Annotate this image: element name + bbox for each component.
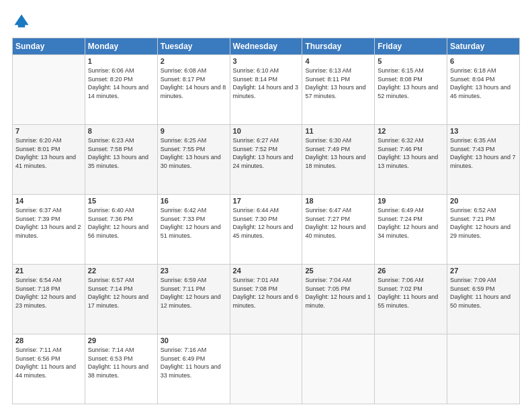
calendar-day-cell: 6Sunrise: 6:18 AMSunset: 8:04 PMDaylight… <box>447 55 520 125</box>
day-number: 13 <box>450 127 517 135</box>
day-info: Sunrise: 6:37 AMSunset: 7:39 PMDaylight:… <box>15 206 82 240</box>
day-number: 10 <box>233 127 300 135</box>
day-info: Sunrise: 7:06 AMSunset: 7:02 PMDaylight:… <box>378 276 444 310</box>
calendar-day-cell <box>302 334 375 404</box>
day-info: Sunrise: 6:49 AMSunset: 7:24 PMDaylight:… <box>378 206 444 240</box>
calendar-day-cell: 11Sunrise: 6:30 AMSunset: 7:49 PMDayligh… <box>302 125 375 195</box>
calendar-day-cell: 24Sunrise: 7:01 AMSunset: 7:08 PMDayligh… <box>230 265 302 334</box>
calendar-day-header: Saturday <box>447 38 520 55</box>
day-info: Sunrise: 6:42 AMSunset: 7:33 PMDaylight:… <box>161 206 227 240</box>
calendar-day-cell: 29Sunrise: 7:14 AMSunset: 6:53 PMDayligh… <box>85 334 157 404</box>
svg-rect-1 <box>18 23 26 28</box>
day-info: Sunrise: 7:09 AMSunset: 6:59 PMDaylight:… <box>450 276 517 310</box>
day-number: 27 <box>450 267 517 275</box>
day-info: Sunrise: 6:35 AMSunset: 7:43 PMDaylight:… <box>450 136 517 170</box>
calendar-day-cell: 2Sunrise: 6:08 AMSunset: 8:17 PMDaylight… <box>157 55 230 125</box>
day-number: 2 <box>161 57 227 65</box>
day-info: Sunrise: 7:11 AMSunset: 6:56 PMDaylight:… <box>15 346 82 379</box>
day-number: 8 <box>88 127 154 135</box>
day-info: Sunrise: 6:59 AMSunset: 7:11 PMDaylight:… <box>161 276 227 310</box>
day-info: Sunrise: 6:44 AMSunset: 7:30 PMDaylight:… <box>233 206 300 240</box>
day-info: Sunrise: 6:54 AMSunset: 7:18 PMDaylight:… <box>15 276 82 310</box>
day-number: 25 <box>305 267 371 275</box>
calendar-day-cell: 19Sunrise: 6:49 AMSunset: 7:24 PMDayligh… <box>375 195 447 265</box>
calendar-day-cell <box>447 334 520 404</box>
day-number: 23 <box>161 267 227 275</box>
day-number: 9 <box>161 127 227 135</box>
calendar-day-cell: 7Sunrise: 6:20 AMSunset: 8:01 PMDaylight… <box>13 125 85 195</box>
calendar-day-cell: 9Sunrise: 6:25 AMSunset: 7:55 PMDaylight… <box>157 125 230 195</box>
day-number: 11 <box>305 127 371 135</box>
day-info: Sunrise: 6:15 AMSunset: 8:08 PMDaylight:… <box>378 66 444 100</box>
day-number: 15 <box>88 197 154 205</box>
day-info: Sunrise: 7:14 AMSunset: 6:53 PMDaylight:… <box>88 346 154 379</box>
calendar-day-cell: 14Sunrise: 6:37 AMSunset: 7:39 PMDayligh… <box>13 195 85 265</box>
day-number: 29 <box>88 336 154 345</box>
day-number: 1 <box>88 57 154 65</box>
calendar-day-header: Thursday <box>302 38 375 55</box>
day-info: Sunrise: 6:25 AMSunset: 7:55 PMDaylight:… <box>161 136 227 170</box>
calendar-day-cell: 28Sunrise: 7:11 AMSunset: 6:56 PMDayligh… <box>13 334 85 404</box>
calendar-day-cell: 15Sunrise: 6:40 AMSunset: 7:36 PMDayligh… <box>85 195 157 265</box>
day-number: 3 <box>233 57 300 65</box>
calendar-day-cell: 21Sunrise: 6:54 AMSunset: 7:18 PMDayligh… <box>13 265 85 334</box>
day-number: 26 <box>378 267 444 275</box>
day-info: Sunrise: 7:16 AMSunset: 6:49 PMDaylight:… <box>161 346 227 379</box>
logo-icon <box>12 12 31 31</box>
day-number: 20 <box>450 197 517 205</box>
calendar-table: SundayMondayTuesdayWednesdayThursdayFrid… <box>12 38 520 404</box>
calendar-day-cell: 3Sunrise: 6:10 AMSunset: 8:14 PMDaylight… <box>230 55 302 125</box>
day-info: Sunrise: 6:13 AMSunset: 8:11 PMDaylight:… <box>305 66 371 100</box>
day-info: Sunrise: 6:18 AMSunset: 8:04 PMDaylight:… <box>450 66 517 100</box>
calendar-day-cell: 10Sunrise: 6:27 AMSunset: 7:52 PMDayligh… <box>230 125 302 195</box>
day-number: 19 <box>378 197 444 205</box>
page: SundayMondayTuesdayWednesdayThursdayFrid… <box>0 0 532 411</box>
calendar-day-cell: 5Sunrise: 6:15 AMSunset: 8:08 PMDaylight… <box>375 55 447 125</box>
calendar-week-row: 21Sunrise: 6:54 AMSunset: 7:18 PMDayligh… <box>13 265 520 334</box>
day-info: Sunrise: 6:08 AMSunset: 8:17 PMDaylight:… <box>161 66 227 100</box>
calendar-day-cell: 20Sunrise: 6:52 AMSunset: 7:21 PMDayligh… <box>447 195 520 265</box>
day-number: 22 <box>88 267 154 275</box>
day-number: 6 <box>450 57 517 65</box>
calendar-day-cell: 13Sunrise: 6:35 AMSunset: 7:43 PMDayligh… <box>447 125 520 195</box>
day-number: 30 <box>161 336 227 345</box>
calendar-day-cell <box>13 55 85 125</box>
day-number: 18 <box>305 197 371 205</box>
day-number: 16 <box>161 197 227 205</box>
calendar-day-header: Friday <box>375 38 447 55</box>
day-number: 4 <box>305 57 371 65</box>
calendar-day-cell: 4Sunrise: 6:13 AMSunset: 8:11 PMDaylight… <box>302 55 375 125</box>
day-number: 17 <box>233 197 300 205</box>
day-number: 5 <box>378 57 444 65</box>
calendar-day-header: Sunday <box>13 38 85 55</box>
calendar-day-cell: 8Sunrise: 6:23 AMSunset: 7:58 PMDaylight… <box>85 125 157 195</box>
calendar-day-cell: 17Sunrise: 6:44 AMSunset: 7:30 PMDayligh… <box>230 195 302 265</box>
day-info: Sunrise: 7:04 AMSunset: 7:05 PMDaylight:… <box>305 276 371 310</box>
day-number: 24 <box>233 267 300 275</box>
day-info: Sunrise: 6:10 AMSunset: 8:14 PMDaylight:… <box>233 66 300 100</box>
calendar-day-cell: 12Sunrise: 6:32 AMSunset: 7:46 PMDayligh… <box>375 125 447 195</box>
day-number: 21 <box>15 267 82 275</box>
calendar-week-row: 14Sunrise: 6:37 AMSunset: 7:39 PMDayligh… <box>13 195 520 265</box>
calendar-day-cell: 1Sunrise: 6:06 AMSunset: 8:20 PMDaylight… <box>85 55 157 125</box>
day-info: Sunrise: 6:30 AMSunset: 7:49 PMDaylight:… <box>305 136 371 170</box>
header <box>12 12 520 31</box>
day-info: Sunrise: 6:40 AMSunset: 7:36 PMDaylight:… <box>88 206 154 240</box>
calendar-day-cell: 25Sunrise: 7:04 AMSunset: 7:05 PMDayligh… <box>302 265 375 334</box>
calendar-day-cell: 23Sunrise: 6:59 AMSunset: 7:11 PMDayligh… <box>157 265 230 334</box>
day-number: 7 <box>15 127 82 135</box>
calendar-day-header: Tuesday <box>157 38 230 55</box>
calendar-day-cell: 30Sunrise: 7:16 AMSunset: 6:49 PMDayligh… <box>157 334 230 404</box>
logo <box>12 12 34 31</box>
day-info: Sunrise: 6:23 AMSunset: 7:58 PMDaylight:… <box>88 136 154 170</box>
calendar-day-cell <box>375 334 447 404</box>
calendar-day-header: Wednesday <box>230 38 302 55</box>
day-number: 28 <box>15 336 82 345</box>
calendar-day-cell: 16Sunrise: 6:42 AMSunset: 7:33 PMDayligh… <box>157 195 230 265</box>
day-info: Sunrise: 6:47 AMSunset: 7:27 PMDaylight:… <box>305 206 371 240</box>
day-info: Sunrise: 6:27 AMSunset: 7:52 PMDaylight:… <box>233 136 300 170</box>
calendar-day-cell <box>230 334 302 404</box>
calendar-day-cell: 27Sunrise: 7:09 AMSunset: 6:59 PMDayligh… <box>447 265 520 334</box>
day-number: 14 <box>15 197 82 205</box>
calendar-day-header: Monday <box>85 38 157 55</box>
